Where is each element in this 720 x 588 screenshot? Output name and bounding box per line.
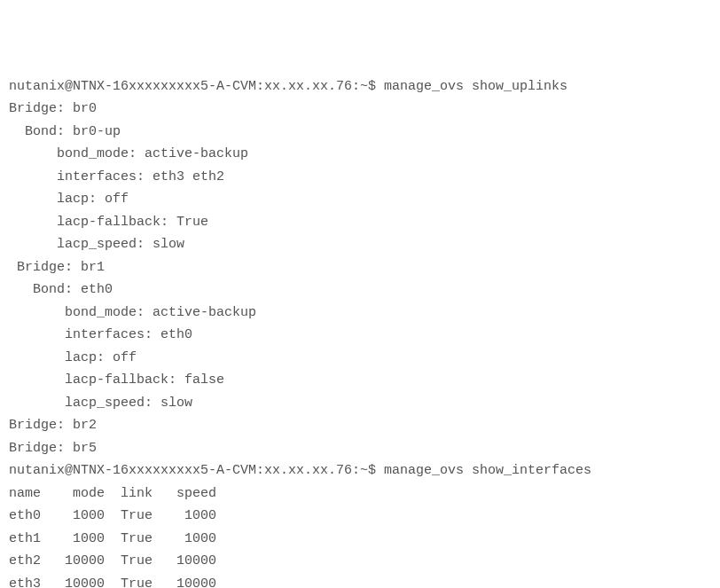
- terminal-line: eth0 1000 True 1000: [9, 505, 711, 528]
- terminal-line: Bridge: br5: [9, 437, 711, 460]
- terminal-line: bond_mode: active-backup: [9, 143, 711, 166]
- terminal-line: lacp_speed: slow: [9, 392, 711, 415]
- terminal-line: lacp_speed: slow: [9, 233, 711, 256]
- terminal-line: nutanix@NTNX-16xxxxxxxxx5-A-CVM:xx.xx.xx…: [9, 459, 711, 482]
- terminal-line: lacp: off: [9, 347, 711, 370]
- terminal-line: name mode link speed: [9, 482, 711, 506]
- terminal-line: Bridge: br0: [9, 98, 711, 121]
- terminal-line: Bridge: br1: [9, 256, 711, 279]
- terminal-line: Bond: eth0: [9, 278, 711, 302]
- terminal-output: nutanix@NTNX-16xxxxxxxxx5-A-CVM:xx.xx.xx…: [9, 75, 711, 589]
- terminal-line: interfaces: eth3 eth2: [9, 166, 711, 189]
- terminal-line: Bond: br0-up: [9, 121, 711, 144]
- terminal-line: eth2 10000 True 10000: [9, 550, 711, 573]
- terminal-line: bond_mode: active-backup: [9, 302, 711, 325]
- terminal-line: Bridge: br2: [9, 414, 711, 437]
- terminal-line: lacp-fallback: True: [9, 211, 711, 234]
- terminal-line: nutanix@NTNX-16xxxxxxxxx5-A-CVM:xx.xx.xx…: [9, 75, 711, 98]
- terminal-line: eth3 10000 True 10000: [9, 573, 711, 589]
- terminal-line: lacp: off: [9, 188, 711, 211]
- terminal-line: lacp-fallback: false: [9, 369, 711, 392]
- terminal-line: interfaces: eth0: [9, 324, 711, 347]
- terminal-line: eth1 1000 True 1000: [9, 528, 711, 551]
